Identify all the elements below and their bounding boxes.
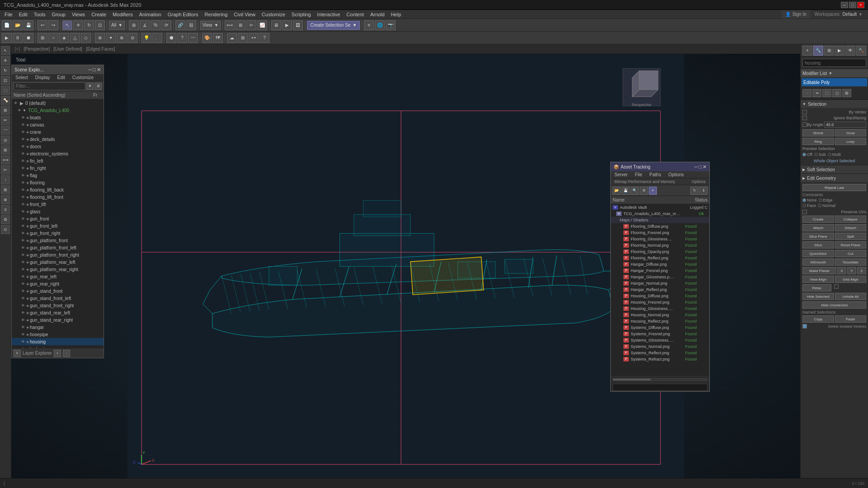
menu-edit[interactable]: Edit [16,11,30,18]
constraint-none[interactable]: None [802,198,817,202]
se-item-hosepipe[interactable]: 👁 ◈ hosepipe [12,331,104,338]
cp-motion-icon[interactable]: ▶ [835,46,844,56]
se-item-hangar[interactable]: 👁 ◈ hangar [12,324,104,331]
subobj-edge[interactable]: ━ [812,89,821,97]
tb2-spacewarp[interactable]: 〰 [188,33,198,43]
se-item-front_lift[interactable]: 👁 ◈ front_lift [12,201,104,208]
left-xref[interactable]: X [1,205,10,214]
mssmooth-btn[interactable]: MSmooth [802,258,834,266]
tb2-helpers[interactable]: ? [177,33,187,43]
se-item-gun_stand_front_right[interactable]: 👁 ◈ gun_stand_front_right [12,302,104,309]
view-align-btn[interactable]: View Align [802,276,834,283]
copy-btn[interactable]: Copy [802,315,834,323]
tb-array[interactable]: ⊞ [236,20,245,30]
at-item-Flooring-Glossiness-png[interactable]: PFlooring_Glossiness.pngFound [611,236,709,242]
at-item-TCG-Anadolu-L400-max-vray-max[interactable]: MTCG_Anadolu_L400_max_vray.maxOk [611,211,709,217]
tb-spinner-snap[interactable]: ⟳ [161,20,171,30]
se-menu-customize[interactable]: Customize [69,74,97,81]
at-close[interactable]: ✕ [703,164,707,170]
constraint-face[interactable]: Face [802,203,816,208]
left-normal[interactable]: ↑ [1,175,10,184]
left-move[interactable]: ✛ [1,56,10,65]
at-item-Systems-Fresnel-png[interactable]: PSystems_Fresnel.pngFound [611,331,709,337]
create-selection-btn[interactable]: Create Selection Se ▼ [307,21,360,30]
at-item-Flooring-Opacity-png[interactable]: PFlooring_Opacity.pngFound [611,249,709,255]
se-item-gun_platform_rear_right[interactable]: 👁 ◈ gun_platform_rear_right [12,266,104,273]
left-select-region[interactable]: ⬚ [1,86,10,95]
at-menu-file[interactable]: File [631,171,646,178]
at-info[interactable]: ℹ [699,187,708,195]
menu-graph-editors[interactable]: Graph Editors [165,11,201,18]
tb-redo[interactable]: ↪ [48,20,58,30]
cut-btn[interactable]: Cut [835,250,867,257]
attach-btn[interactable]: Attach [802,224,834,231]
quick-slice-btn[interactable]: QuickSlice [802,250,834,257]
se-item-gun_front[interactable]: 👁 ◈ gun_front [12,215,104,222]
se-menu-select[interactable]: Select [12,74,32,81]
subobj-element[interactable]: ⊞ [842,89,851,97]
se-options-btn[interactable]: ⚙ [94,83,102,90]
tb-scene[interactable]: 🌐 [375,20,385,30]
menu-file[interactable]: File [2,11,15,18]
workspaces-arrow[interactable]: ▼ [859,12,863,17]
cp-hierarchy-icon[interactable]: ⊞ [824,46,834,56]
at-scrollbar[interactable] [611,376,709,382]
grid-align-btn[interactable]: Grid Align [835,276,867,283]
se-minimize[interactable]: ─ [89,67,92,73]
tb-curve-editor[interactable]: 📈 [257,20,267,30]
se-root-item[interactable]: 👁 ▶ 0 (default) [12,99,104,107]
tessellate-btn[interactable]: Tessellate [835,258,867,266]
at-refresh[interactable]: ↻ [690,187,698,195]
left-ffd[interactable]: ⊞ [1,106,10,115]
tb2-render-elements[interactable]: ⊞ [238,33,248,43]
relax-btn[interactable]: Relax [802,284,831,291]
tb2-shapes[interactable]: ⬟ [166,33,176,43]
se-item-doors[interactable]: 👁 ◈ doors [12,143,104,150]
angle-spinner[interactable]: 45.0 [824,122,866,128]
at-item-Housing-Glossiness-png[interactable]: PHousing_Glossiness.pngFound [611,305,709,312]
se-item-fin_right[interactable]: 👁 ◈ fin_right [12,164,104,172]
menu-civil-view[interactable]: Civil View [231,11,258,18]
hide-selected-btn[interactable]: Hide Selected [802,293,834,300]
cp-display-icon[interactable]: 👁 [845,46,855,56]
tb2-5[interactable]: ○ [48,33,58,43]
modifier-list-header[interactable]: Modifier List ▼ [801,69,868,77]
se-item-gun_platform_front_left[interactable]: 👁 ◈ gun_platform_front_left [12,244,104,251]
tb-save[interactable]: 💾 [24,20,33,30]
x-btn[interactable]: X [837,267,846,274]
se-item-gun_front_right[interactable]: 👁 ◈ gun_front_right [12,230,104,237]
left-rotate[interactable]: ↻ [1,66,10,75]
loop-btn[interactable]: Loop [835,138,867,145]
tb-view-dropdown[interactable]: View ▼ [200,21,221,30]
menu-interactive[interactable]: Interactive [315,11,343,18]
tb-snap[interactable]: ⊞ [129,20,139,30]
workspaces-value[interactable]: Default [842,12,857,17]
paste-btn[interactable]: Paste [835,315,867,323]
by-angle-checkbox[interactable] [802,122,807,127]
menu-scripting[interactable]: Scripting [289,11,314,18]
left-reactor[interactable]: ⚙ [1,215,10,224]
at-item-Flooring-Normal-png[interactable]: PFlooring_Normal.pngFound [611,242,709,249]
at-item-Housing-Fresnel-png[interactable]: PHousing_Fresnel.pngFound [611,299,709,305]
z-btn[interactable]: Z [857,267,866,274]
se-item-flooring_lift_back[interactable]: 👁 ◈ flooring_lift_back [12,186,104,193]
at-item-Housing-Diffuse-png[interactable]: PHousing_Diffuse.pngFound [611,293,709,299]
menu-animation[interactable]: Animation [137,11,164,18]
selection-header[interactable]: ▼ Selection [801,100,868,108]
at-options-label[interactable]: Options [692,179,706,184]
vertex-checkbox[interactable] [802,110,807,114]
left-deform[interactable]: 〰 [1,126,10,135]
ignore-backface-checkbox[interactable] [802,116,807,120]
menu-tools[interactable]: Tools [31,11,48,18]
se-item-electronic_systems[interactable]: 👁 ◈ electronic_systems [12,150,104,157]
tb-new[interactable]: 📄 [2,20,12,30]
menu-group[interactable]: Group [49,11,68,18]
tb-all-dropdown[interactable]: All ▼ [109,21,125,30]
se-item-gun_platform_front[interactable]: 👁 ◈ gun_platform_front [12,237,104,244]
menu-create[interactable]: Create [89,11,109,18]
se-item-gun_platform_rear_left[interactable]: 👁 ◈ gun_platform_rear_left [12,258,104,266]
se-item-flag[interactable]: 👁 ◈ flag [12,172,104,179]
menu-content[interactable]: Content [344,11,367,18]
detach-btn[interactable]: Detach [835,224,867,231]
tb-undo[interactable]: ↩ [38,20,47,30]
